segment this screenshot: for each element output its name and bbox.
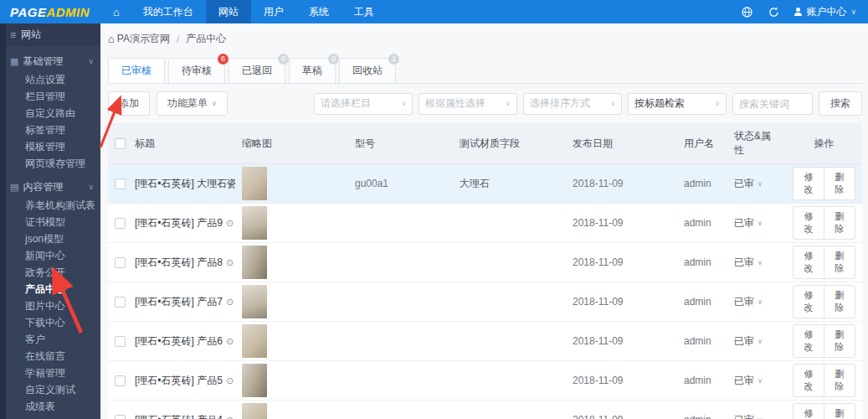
delete-button[interactable]: 删除 bbox=[824, 403, 855, 419]
status-dropdown[interactable]: 已审∨ bbox=[734, 334, 763, 349]
edit-button[interactable]: 修改 bbox=[793, 403, 824, 419]
preview-eye-icon[interactable]: ⊙ bbox=[226, 218, 234, 228]
delete-button[interactable]: 删除 bbox=[824, 364, 855, 397]
sidebar-item[interactable]: 自定义路由 bbox=[6, 105, 100, 122]
sidebar-item[interactable]: 标签管理 bbox=[6, 122, 100, 138]
add-button[interactable]: 添加 bbox=[108, 91, 150, 116]
filter-select[interactable]: 根据属性选择∨ bbox=[419, 93, 517, 115]
filter-select[interactable]: 选择排序方式∨ bbox=[523, 93, 622, 115]
tab-3[interactable]: 草稿0 bbox=[289, 58, 336, 83]
tab-4[interactable]: 回收站1 bbox=[339, 58, 396, 83]
sidebar-item[interactable]: 产品中心 bbox=[6, 281, 100, 297]
edit-button[interactable]: 修改 bbox=[793, 246, 824, 279]
edit-button[interactable]: 修改 bbox=[793, 285, 824, 318]
row-checkbox[interactable] bbox=[115, 375, 126, 386]
edit-button[interactable]: 修改 bbox=[793, 364, 824, 397]
tab-2[interactable]: 已退回0 bbox=[229, 58, 285, 83]
delete-button[interactable]: 删除 bbox=[824, 285, 855, 318]
row-title[interactable]: [理石•石英砖] 大理石瓷砖 bbox=[135, 178, 235, 189]
top-nav-item[interactable]: 用户 bbox=[251, 0, 296, 23]
account-menu[interactable]: 账户中心 ∨ bbox=[794, 5, 856, 19]
sidebar-item[interactable]: 模板管理 bbox=[6, 138, 100, 155]
sidebar-item[interactable]: 下载中心 bbox=[6, 314, 100, 331]
sidebar-item[interactable]: 在线留言 bbox=[6, 348, 100, 365]
sidebar-item[interactable]: 养老机构测试表 bbox=[6, 197, 100, 214]
search-input[interactable] bbox=[732, 93, 813, 115]
status-dropdown[interactable]: 已审∨ bbox=[734, 413, 763, 419]
row-title[interactable]: [理石•石英砖] 产品7 bbox=[135, 296, 223, 308]
sidebar-item[interactable]: 政务公开 bbox=[6, 264, 100, 281]
chevron-down-icon: ∨ bbox=[88, 57, 94, 65]
status-dropdown[interactable]: 已审∨ bbox=[734, 374, 763, 388]
edit-button[interactable]: 修改 bbox=[793, 167, 824, 200]
edit-button[interactable]: 修改 bbox=[793, 324, 824, 358]
preview-eye-icon[interactable]: ⊙ bbox=[226, 297, 234, 307]
sidebar-header[interactable]: ≡ 网站 bbox=[6, 23, 100, 46]
sidebar-item[interactable]: 新闻中心 bbox=[6, 247, 100, 264]
breadcrumb-home-icon[interactable]: ⌂ bbox=[108, 33, 115, 45]
top-nav-item[interactable]: 系统 bbox=[296, 0, 342, 23]
top-nav-item[interactable]: 工具 bbox=[342, 0, 387, 23]
preview-eye-icon[interactable]: ⊙ bbox=[226, 415, 234, 419]
tab-1[interactable]: 待审核6 bbox=[168, 58, 225, 83]
product-thumbnail[interactable] bbox=[242, 167, 267, 200]
app-logo[interactable]: PAGEADMIN bbox=[0, 0, 102, 23]
sidebar-group-header[interactable]: ▤内容管理∨ bbox=[6, 177, 100, 197]
row-checkbox[interactable] bbox=[115, 218, 126, 229]
sidebar-group-header[interactable]: ▦基础管理∨ bbox=[6, 51, 100, 71]
top-nav-item[interactable]: 网站 bbox=[206, 0, 251, 23]
row-title[interactable]: [理石•石英砖] 产品6 bbox=[135, 335, 223, 347]
delete-button[interactable]: 删除 bbox=[824, 324, 855, 358]
row-title[interactable]: [理石•石英砖] 产品5 bbox=[135, 375, 223, 386]
product-thumbnail[interactable] bbox=[242, 403, 267, 419]
status-dropdown[interactable]: 已审∨ bbox=[734, 177, 763, 191]
row-title[interactable]: [理石•石英砖] 产品9 bbox=[135, 217, 223, 229]
row-title[interactable]: [理石•石英砖] 产品4 bbox=[135, 414, 223, 419]
edit-button[interactable]: 修改 bbox=[793, 206, 824, 240]
product-thumbnail[interactable] bbox=[242, 285, 267, 318]
product-thumbnail[interactable] bbox=[242, 246, 267, 279]
sidebar-item[interactable]: 图片中心 bbox=[6, 297, 100, 314]
row-checkbox[interactable] bbox=[115, 257, 126, 268]
search-button[interactable]: 搜索 bbox=[819, 91, 862, 116]
filter-select[interactable]: 按标题检索∨ bbox=[628, 93, 727, 115]
top-nav-item[interactable]: 我的工作台 bbox=[131, 0, 206, 23]
status-dropdown[interactable]: 已审∨ bbox=[734, 256, 763, 270]
sidebar-item[interactable]: 成绩表 bbox=[6, 398, 100, 415]
status-dropdown[interactable]: 已审∨ bbox=[734, 295, 763, 309]
select-all-checkbox[interactable] bbox=[115, 138, 126, 149]
home-icon[interactable]: ⌂ bbox=[102, 0, 131, 23]
sidebar-item[interactable]: 自定义测试 bbox=[6, 381, 100, 398]
refresh-icon[interactable] bbox=[768, 6, 779, 18]
sidebar-item[interactable]: 证书模型 bbox=[6, 214, 100, 230]
sidebar-item[interactable]: json模型 bbox=[6, 230, 100, 247]
language-globe-icon[interactable] bbox=[741, 6, 752, 18]
breadcrumb-site[interactable]: PA演示官网 bbox=[117, 32, 170, 46]
preview-eye-icon[interactable]: ⊙ bbox=[226, 336, 234, 346]
delete-button[interactable]: 删除 bbox=[824, 167, 855, 200]
tab-approved[interactable]: 已审核 bbox=[108, 58, 165, 83]
preview-eye-icon[interactable]: ⊙ bbox=[226, 375, 234, 385]
status-dropdown[interactable]: 已审∨ bbox=[734, 216, 763, 230]
sidebar-item[interactable]: 站点设置 bbox=[6, 71, 100, 88]
row-checkbox[interactable] bbox=[115, 336, 126, 347]
filter-select[interactable]: 请选择栏目∨ bbox=[314, 93, 413, 115]
sidebar-item[interactable]: 客户 bbox=[6, 331, 100, 348]
row-checkbox-cell bbox=[108, 204, 128, 243]
function-menu-button[interactable]: 功能菜单 ∨ bbox=[157, 91, 228, 116]
row-checkbox[interactable] bbox=[115, 415, 126, 419]
row-title[interactable]: [理石•石英砖] 产品8 bbox=[135, 256, 223, 268]
product-thumbnail[interactable] bbox=[242, 206, 267, 240]
row-checkbox[interactable] bbox=[115, 178, 126, 189]
tab-count-badge: 1 bbox=[388, 54, 399, 65]
product-thumbnail[interactable] bbox=[242, 364, 267, 397]
row-checkbox[interactable] bbox=[115, 297, 126, 308]
delete-button[interactable]: 删除 bbox=[824, 206, 855, 240]
delete-button[interactable]: 删除 bbox=[824, 246, 855, 279]
sidebar-item[interactable]: 网页缓存管理 bbox=[6, 155, 100, 172]
model-cell bbox=[348, 322, 453, 361]
sidebar-item[interactable]: 栏目管理 bbox=[6, 88, 100, 105]
preview-eye-icon[interactable]: ⊙ bbox=[226, 257, 234, 267]
product-thumbnail[interactable] bbox=[242, 324, 267, 358]
sidebar-item[interactable]: 学籍管理 bbox=[6, 365, 100, 381]
